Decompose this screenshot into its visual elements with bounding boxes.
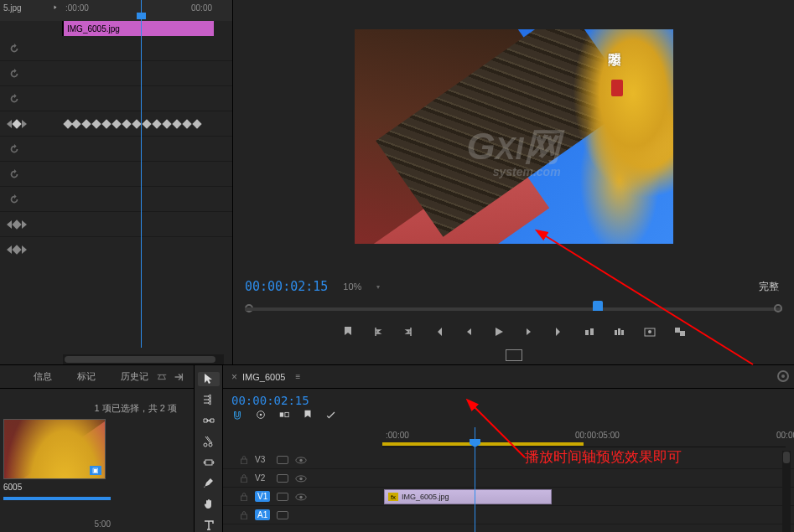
track-select-tool-icon[interactable] — [198, 393, 220, 407]
track-output-toggle[interactable] — [277, 493, 288, 501]
step-back-icon[interactable] — [461, 324, 476, 339]
program-scrubber[interactable] — [245, 301, 782, 318]
display-mode[interactable]: 完整 — [759, 280, 779, 294]
keyframe-marker[interactable] — [162, 119, 171, 128]
timeline-timecode[interactable]: 00:00:02:15 — [231, 394, 309, 407]
lock-icon[interactable] — [240, 455, 248, 465]
next-keyframe-icon[interactable] — [22, 220, 27, 229]
ripple-tool-icon[interactable] — [198, 414, 220, 428]
in-point-icon[interactable] — [371, 324, 386, 339]
keyframe-marker[interactable] — [71, 119, 80, 128]
sync-lock-icon[interactable] — [777, 370, 789, 382]
step-forward-icon[interactable] — [522, 324, 537, 339]
track-content[interactable] — [382, 506, 794, 524]
track-label[interactable]: A1 — [255, 509, 270, 520]
next-keyframe-icon[interactable] — [22, 245, 27, 254]
scrub-playhead[interactable] — [593, 301, 603, 311]
eye-icon[interactable] — [295, 456, 307, 464]
video-frame[interactable]: 明孝陵 — [355, 29, 673, 244]
export-frame-icon[interactable] — [642, 324, 657, 339]
pen-tool-icon[interactable] — [198, 476, 220, 490]
insert-overwrite-icon[interactable] — [278, 409, 290, 422]
panel-export-icon[interactable] — [170, 369, 187, 385]
keyframe-marker[interactable] — [122, 119, 131, 128]
keyframe-track[interactable] — [63, 111, 232, 136]
go-to-in-icon[interactable] — [431, 324, 446, 339]
reset-icon[interactable] — [8, 168, 20, 180]
add-keyframe-icon[interactable] — [12, 119, 21, 128]
add-keyframe-icon[interactable] — [12, 245, 21, 254]
keyframe-marker[interactable] — [192, 119, 201, 128]
add-keyframe-icon[interactable] — [12, 220, 21, 229]
slip-tool-icon[interactable] — [198, 456, 220, 470]
zoom-level[interactable]: 10% — [343, 281, 361, 292]
project-thumbnail[interactable]: ▣ 6005 5:00 — [3, 419, 111, 515]
marker-icon[interactable] — [340, 324, 355, 339]
scrub-handle-right[interactable] — [774, 304, 782, 312]
lock-icon[interactable] — [240, 510, 248, 520]
reset-icon[interactable] — [8, 43, 20, 54]
track-content[interactable] — [382, 469, 794, 488]
safe-margins-icon[interactable] — [506, 349, 522, 361]
panel-menu-icon[interactable] — [153, 369, 170, 385]
effects-clip-bar[interactable]: IMG_6005.jpg — [63, 21, 214, 36]
track-output-toggle[interactable] — [277, 511, 288, 519]
marker-add-icon[interactable] — [302, 409, 314, 422]
linked-selection-icon[interactable] — [255, 409, 267, 422]
out-point-icon[interactable] — [401, 324, 416, 339]
tab-marker[interactable]: 标记 — [77, 370, 96, 383]
sequence-menu-icon[interactable]: ≡ — [295, 372, 300, 381]
effects-scrollbar[interactable] — [63, 354, 224, 364]
type-tool-icon[interactable] — [198, 518, 220, 532]
reset-icon[interactable] — [8, 93, 20, 105]
keyframe-marker[interactable] — [91, 119, 101, 128]
thumb-scrubber[interactable] — [3, 497, 111, 500]
program-timecode[interactable]: 00:00:02:15 — [245, 279, 328, 294]
scrollbar-thumb[interactable] — [65, 356, 215, 363]
timeline-clip[interactable]: fx IMG_6005.jpg — [384, 489, 552, 504]
keyframe-marker[interactable] — [101, 119, 111, 128]
track-label[interactable]: V2 — [255, 473, 270, 483]
eye-icon[interactable] — [295, 493, 307, 501]
lock-icon[interactable] — [240, 492, 248, 502]
effects-playhead[interactable] — [141, 0, 142, 348]
keyframe-marker[interactable] — [152, 119, 161, 128]
reset-icon[interactable] — [8, 68, 20, 80]
work-area-bar[interactable] — [382, 442, 584, 446]
lock-icon[interactable] — [240, 473, 248, 483]
reset-icon[interactable] — [8, 143, 20, 155]
settings-icon[interactable] — [325, 409, 337, 422]
track-output-toggle[interactable] — [277, 456, 288, 464]
play-icon[interactable] — [491, 324, 506, 339]
prev-keyframe-icon[interactable] — [7, 245, 12, 254]
timeline-playhead[interactable] — [475, 427, 475, 532]
track-label[interactable]: V3 — [255, 455, 270, 464]
timeline-v-scrollbar[interactable] — [782, 451, 791, 532]
extract-icon[interactable] — [612, 324, 627, 339]
keyframe-marker[interactable] — [172, 119, 181, 128]
close-icon[interactable]: × — [231, 371, 237, 383]
comparison-icon[interactable] — [672, 324, 688, 339]
keyframe-marker[interactable] — [142, 119, 151, 128]
lift-icon[interactable] — [582, 324, 597, 339]
selection-tool-icon[interactable] — [198, 372, 220, 386]
keyframe-marker[interactable] — [81, 119, 91, 128]
reset-icon[interactable] — [8, 194, 20, 205]
track-label[interactable]: V1 — [255, 491, 270, 502]
loop-icon[interactable] — [50, 4, 60, 14]
eye-icon[interactable] — [295, 474, 307, 483]
tab-info[interactable]: 信息 — [34, 370, 52, 383]
keyframe-marker[interactable] — [132, 119, 141, 128]
keyframe-marker[interactable] — [112, 119, 121, 128]
go-to-out-icon[interactable] — [552, 324, 567, 339]
keyframe-marker[interactable] — [182, 119, 191, 128]
snap-icon[interactable] — [231, 409, 243, 422]
fx-badge[interactable]: fx — [388, 493, 398, 501]
track-content[interactable]: fx IMG_6005.jpg — [382, 488, 794, 506]
sequence-name[interactable]: IMG_6005 — [242, 372, 285, 382]
tab-history[interactable]: 历史记 — [121, 370, 148, 383]
track-output-toggle[interactable] — [277, 474, 288, 483]
next-keyframe-icon[interactable] — [22, 120, 27, 128]
razor-tool-icon[interactable] — [198, 435, 220, 449]
effects-ruler[interactable]: 5.jpg :00:00 00:00 — [0, 0, 232, 21]
